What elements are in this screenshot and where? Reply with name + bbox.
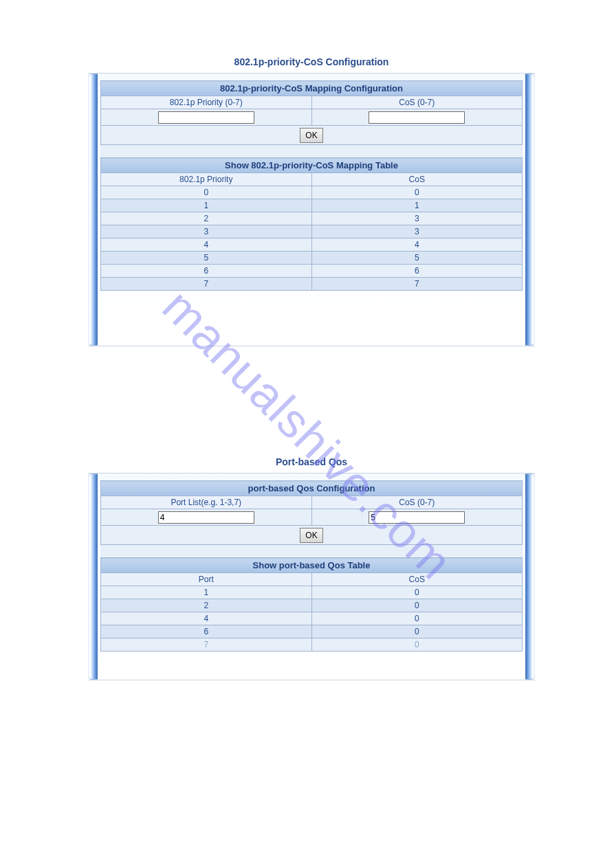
table-cell: 3: [311, 212, 523, 225]
table-cell: 6: [101, 625, 312, 638]
table-cell: 0: [311, 625, 523, 638]
cos-input-2[interactable]: [369, 511, 465, 524]
panel2-table-col1: Port: [101, 573, 312, 586]
table-cell: 4: [101, 238, 312, 252]
panel2-pillar-left: [88, 474, 98, 680]
table-cell: 7: [101, 278, 312, 291]
panel2-config-header: port-based Qos Configuration: [101, 481, 523, 496]
panel1-pillar-right: [525, 74, 535, 346]
panel2-table-col2: CoS: [311, 573, 523, 586]
table-cell: 6: [101, 265, 312, 278]
portlist-input[interactable]: [158, 511, 254, 524]
panel2-title: Port-based Qos: [88, 456, 535, 467]
panel1-config-col2: CoS (0-7): [311, 96, 523, 109]
table-cell: 1: [311, 199, 523, 212]
panel1-title: 802.1p-priority-CoS Configuration: [88, 56, 535, 67]
panel2-pillar-right: [525, 474, 535, 680]
panel-8021p-cos: 802.1p-priority-CoS Configuration 802.1p…: [88, 56, 535, 348]
panel2-config-col2: CoS (0-7): [311, 496, 523, 509]
table-cell: 1: [101, 586, 312, 599]
panel2-config-table: port-based Qos Configuration Port List(e…: [100, 480, 523, 652]
panel1-config-col1: 802.1p Priority (0-7): [101, 96, 312, 109]
panel1-config-header: 802.1p-priority-CoS Mapping Configuratio…: [101, 81, 523, 96]
table-cell: 0: [311, 186, 523, 199]
panel1-config-table: 802.1p-priority-CoS Mapping Configuratio…: [100, 80, 523, 291]
panel-port-based-qos: Port-based Qos port-based Qos Configurat…: [88, 456, 535, 683]
table-cell: 3: [311, 225, 523, 238]
table-cell: 0: [311, 638, 523, 652]
table-cell: 4: [101, 612, 312, 625]
panel1-ok-button[interactable]: OK: [300, 128, 323, 143]
panel1-pillar-left: [88, 74, 98, 346]
table-cell: 2: [101, 599, 312, 612]
panel1-table-col2: CoS: [311, 173, 523, 186]
table-cell: 3: [101, 225, 312, 238]
table-cell: 2: [101, 212, 312, 225]
table-cell: 6: [311, 265, 523, 278]
panel2-table-header: Show port-based Qos Table: [101, 558, 523, 573]
table-cell: 0: [311, 599, 523, 612]
table-cell: 7: [311, 278, 523, 291]
table-cell: 1: [101, 199, 312, 212]
panel2-config-col1: Port List(e.g. 1-3,7): [101, 496, 312, 509]
priority-input[interactable]: [158, 111, 254, 124]
panel1-table-col1: 802.1p Priority: [101, 173, 312, 186]
cos-input[interactable]: [369, 111, 465, 124]
table-cell: 5: [311, 252, 523, 265]
table-cell: 0: [311, 586, 523, 599]
table-cell: 0: [311, 612, 523, 625]
table-cell: 4: [311, 238, 523, 252]
table-cell: 7: [101, 638, 312, 652]
panel2-ok-button[interactable]: OK: [300, 528, 323, 543]
panel1-table-header: Show 802.1p-priority-CoS Mapping Table: [101, 158, 523, 173]
table-cell: 0: [101, 186, 312, 199]
table-cell: 5: [101, 252, 312, 265]
